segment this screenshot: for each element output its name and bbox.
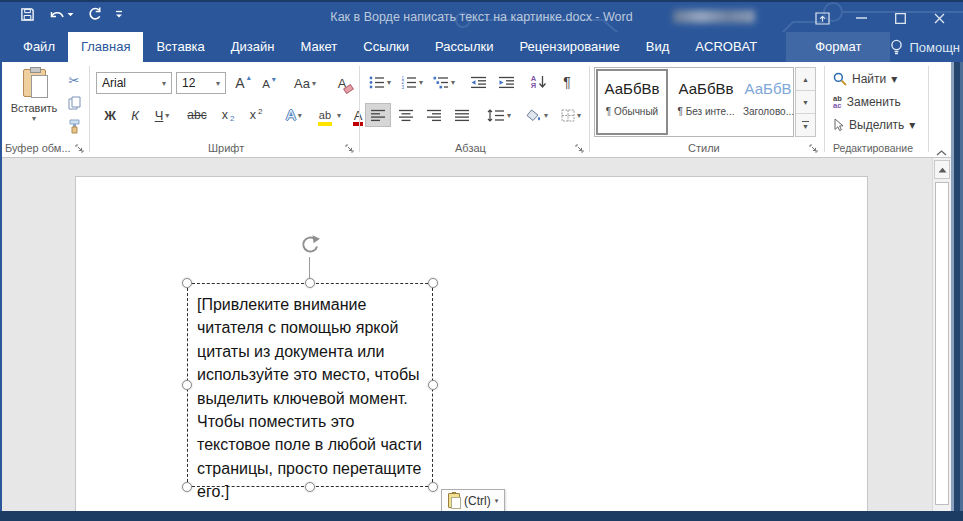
paragraph-dialog-launcher[interactable] bbox=[574, 143, 585, 154]
font-size-combobox[interactable]: 12▾ bbox=[176, 72, 226, 94]
font-dialog-launcher[interactable] bbox=[344, 143, 355, 154]
gallery-more-button[interactable]: ▼ bbox=[796, 114, 815, 136]
gallery-scroll-down-button[interactable]: ▼ bbox=[796, 91, 815, 114]
group-separator bbox=[359, 66, 360, 152]
font-family-combobox[interactable]: Arial▾ bbox=[96, 72, 172, 94]
undo-button[interactable] bbox=[48, 8, 74, 22]
text-effects-button[interactable]: А▾ bbox=[278, 104, 310, 126]
window-right-border bbox=[951, 62, 963, 511]
bold-button[interactable]: Ж bbox=[100, 104, 120, 126]
selected-textbox[interactable]: [Привлеките внимание читателя с помощью … bbox=[187, 283, 433, 487]
highlight-color-button[interactable]: ab ▾ bbox=[314, 104, 346, 126]
cut-button[interactable]: ✂ bbox=[62, 70, 86, 90]
paste-dropdown-icon: ▾ bbox=[32, 114, 36, 123]
scrollbar-thumb[interactable] bbox=[935, 182, 949, 505]
paste-button[interactable]: Вставить ▾ bbox=[8, 67, 60, 139]
strikethrough-button[interactable]: abc bbox=[182, 104, 212, 126]
resize-handle-middle-left[interactable] bbox=[182, 380, 192, 390]
select-button[interactable]: Выделить ▾ bbox=[833, 118, 915, 132]
chevron-down-icon: ▾ bbox=[577, 111, 581, 120]
style-item-heading[interactable]: АаБбВ Заголово... bbox=[743, 68, 793, 136]
italic-button[interactable]: К bbox=[126, 104, 144, 126]
save-button[interactable] bbox=[20, 7, 35, 22]
borders-button[interactable]: ▾ bbox=[556, 104, 586, 126]
resize-handle-bottom-center[interactable] bbox=[305, 482, 315, 492]
tab-insert[interactable]: Вставка bbox=[143, 32, 217, 62]
resize-handle-top-left[interactable] bbox=[182, 278, 192, 288]
redo-icon bbox=[87, 7, 102, 22]
copy-button[interactable] bbox=[62, 93, 86, 113]
clear-formatting-button[interactable]: А bbox=[330, 71, 354, 95]
numbered-list-button[interactable]: 123 ▾ bbox=[398, 72, 426, 92]
vertical-scrollbar[interactable] bbox=[932, 158, 951, 511]
line-spacing-button[interactable]: ▾ bbox=[482, 104, 516, 126]
increase-indent-button[interactable] bbox=[494, 72, 518, 92]
change-case-button[interactable]: Aa▾ bbox=[288, 71, 322, 95]
rotate-handle[interactable] bbox=[298, 234, 322, 260]
textbox-line: выделить ключевой момент. bbox=[197, 387, 428, 410]
textbox-text[interactable]: [Привлеките внимание читателя с помощью … bbox=[197, 293, 428, 504]
tab-review[interactable]: Рецензирование bbox=[506, 32, 632, 62]
align-right-button[interactable] bbox=[422, 104, 446, 126]
redo-button[interactable] bbox=[87, 7, 102, 22]
align-left-button[interactable] bbox=[366, 104, 390, 126]
replace-ab-ac-icon: abac bbox=[833, 95, 842, 109]
paragraph-group-label: Абзац bbox=[455, 142, 486, 154]
tab-references[interactable]: Ссылки bbox=[350, 32, 422, 62]
align-center-button[interactable] bbox=[394, 104, 418, 126]
tab-acrobat[interactable]: ACROBAT bbox=[682, 32, 770, 62]
shrink-font-button[interactable]: А▾ bbox=[258, 73, 280, 95]
maximize-button[interactable] bbox=[881, 4, 920, 32]
tab-home[interactable]: Главная bbox=[68, 32, 143, 62]
sort-button[interactable]: АЯ bbox=[526, 70, 552, 94]
decrease-indent-button[interactable] bbox=[466, 72, 490, 92]
multilevel-list-button[interactable]: ▾ bbox=[430, 72, 458, 92]
bullet-list-button[interactable]: ▾ bbox=[366, 72, 394, 92]
resize-handle-bottom-right[interactable] bbox=[428, 482, 438, 492]
subscript-button[interactable]: x2 bbox=[216, 104, 240, 126]
tab-view[interactable]: Вид bbox=[633, 32, 683, 62]
find-button[interactable]: Найти ▾ bbox=[833, 72, 897, 86]
resize-handle-middle-right[interactable] bbox=[428, 380, 438, 390]
tell-me-help-button[interactable]: Помощн bbox=[890, 39, 960, 56]
style-item-no-spacing[interactable]: АаБбВв ¶ Без инте... bbox=[669, 68, 743, 136]
format-painter-button[interactable] bbox=[62, 116, 86, 136]
tab-design[interactable]: Дизайн bbox=[218, 32, 288, 62]
replace-button[interactable]: abac Заменить bbox=[833, 95, 901, 109]
justify-button[interactable] bbox=[450, 104, 474, 126]
clipboard-dialog-launcher[interactable] bbox=[74, 143, 85, 154]
minimize-button[interactable] bbox=[842, 4, 881, 32]
line-spacing-icon bbox=[487, 109, 505, 122]
tab-mailings[interactable]: Рассылки bbox=[422, 32, 506, 62]
resize-handle-top-right[interactable] bbox=[428, 278, 438, 288]
resize-handle-bottom-left[interactable] bbox=[182, 482, 192, 492]
style-name: ¶ Обычный bbox=[595, 106, 669, 117]
close-button[interactable] bbox=[920, 4, 959, 32]
tab-layout[interactable]: Макет bbox=[287, 32, 350, 62]
show-paragraph-marks-button[interactable]: ¶ bbox=[556, 70, 578, 94]
chevron-down-icon: ▾ bbox=[156, 79, 166, 88]
underline-button[interactable]: Ч▾ bbox=[148, 104, 176, 126]
clipboard-group-label: Буфер обм... bbox=[5, 142, 71, 154]
tab-format-contextual[interactable]: Формат bbox=[786, 32, 890, 62]
borders-grid-icon bbox=[561, 109, 575, 122]
ribbon-display-options-button[interactable] bbox=[803, 4, 842, 32]
gallery-scroll-up-button[interactable]: ▲ bbox=[796, 68, 815, 91]
shading-button[interactable]: ▾ bbox=[522, 104, 552, 126]
textbox-line: читателя с помощью яркой bbox=[197, 316, 428, 339]
scrollbar-up-button[interactable] bbox=[934, 160, 950, 179]
style-name: ¶ Без инте... bbox=[669, 106, 743, 117]
maximize-icon bbox=[895, 13, 906, 24]
tab-file[interactable]: Файл bbox=[10, 32, 68, 62]
customize-quick-access-button[interactable] bbox=[115, 10, 123, 19]
style-item-normal[interactable]: АаБбВв ¶ Обычный bbox=[595, 68, 669, 136]
user-account-blurred[interactable] bbox=[673, 10, 755, 23]
sort-arrow-icon bbox=[538, 75, 547, 89]
grow-font-button[interactable]: А▴ bbox=[232, 71, 254, 95]
superscript-button[interactable]: x2 bbox=[244, 104, 268, 126]
paste-options-button[interactable]: (Ctrl) ▾ bbox=[441, 489, 505, 512]
rotate-arrow-icon bbox=[298, 234, 322, 256]
undo-icon bbox=[48, 8, 65, 22]
resize-handle-top-center[interactable] bbox=[305, 278, 315, 288]
styles-dialog-launcher[interactable] bbox=[808, 143, 819, 154]
